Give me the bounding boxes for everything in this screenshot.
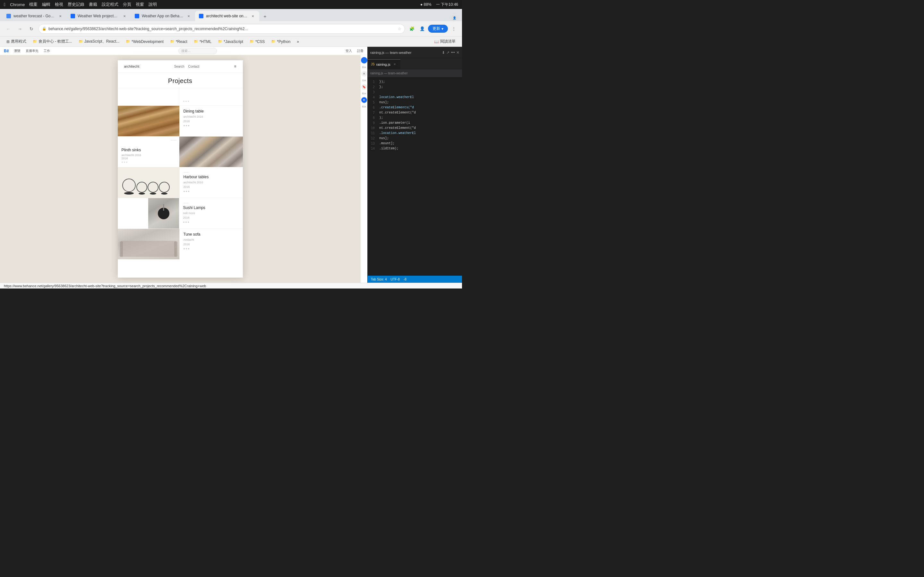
behance-nav-browse[interactable]: 瀏覽	[14, 49, 21, 53]
project-plinth-sinks[interactable]: —— Plinth sinks architecht 2016 2016	[118, 136, 243, 167]
bookmark-more[interactable]: »	[294, 38, 302, 45]
plinth-left-panel: —— Plinth sinks architecht 2016 2016	[118, 137, 179, 167]
dining-table-image	[118, 106, 179, 136]
code-more-icon[interactable]: •••	[451, 50, 455, 55]
bookmark-html[interactable]: 📁 *HTML	[191, 38, 214, 45]
bookmark-webdev[interactable]: 📁 *WebDevelopment	[123, 38, 166, 45]
folder-icon-2: 📁	[79, 39, 83, 44]
menu-bookmarks[interactable]: 書籤	[89, 2, 97, 7]
behance-appreciate-btn[interactable]: ♥	[361, 97, 367, 103]
tab-3[interactable]: Weather App on Behance ✕	[131, 11, 195, 21]
header-left-cell	[118, 88, 179, 105]
code-tabs: JS raining.js ✕	[368, 58, 462, 69]
new-tab-button[interactable]: +	[260, 12, 270, 21]
url-bar[interactable]: 🔒 behance.net/gallery/95638623/architech…	[39, 24, 405, 34]
bookmark-member-label: 會員中心 - 軟體工...	[39, 39, 72, 44]
code-line-1: });	[379, 79, 459, 85]
menu-edit[interactable]: 編輯	[42, 2, 50, 7]
code-tab-close[interactable]: ✕	[392, 62, 397, 67]
bookmark-member[interactable]: 📁 會員中心 - 軟體工...	[30, 38, 75, 45]
behance-avatar[interactable]: 👤	[361, 57, 367, 63]
behance-close-label: 11e	[362, 79, 366, 81]
code-line-11: .location.weatherEl	[379, 131, 459, 136]
bookmark-javascript[interactable]: 📁 *JavaScript	[215, 38, 246, 45]
tab-2-close[interactable]: ✕	[122, 13, 127, 19]
site-nav-contact[interactable]: Contact	[188, 65, 199, 68]
bookmark-html-label: *HTML	[200, 39, 212, 44]
harbour-tables-info: —— Harbour tables architecht 2016 2016	[179, 167, 243, 198]
os-time: 一 下午10:46	[436, 2, 458, 7]
reading-list-button[interactable]: 📖 閱讀清單	[431, 38, 458, 45]
apple-icon[interactable]: 	[4, 2, 5, 7]
menu-chrome[interactable]: Chrome	[10, 2, 25, 7]
bookmark-apps[interactable]: ⊞ 應用程式	[4, 38, 29, 45]
address-bar: ← → ↻ 🔒 behance.net/gallery/95638623/arc…	[0, 21, 462, 37]
line-num-5: 5	[368, 100, 375, 105]
sushi-meta-line2: 2016	[183, 216, 239, 220]
behance-logo[interactable]: Bē	[4, 49, 9, 53]
code-file-icon: JS	[371, 63, 375, 66]
menu-view[interactable]: 檢視	[55, 2, 63, 7]
menu-file[interactable]: 檔案	[29, 2, 37, 7]
sushi-meta-line1: neit more	[183, 211, 239, 216]
menu-history[interactable]: 歷史記錄	[68, 2, 84, 7]
menu-settings[interactable]: 設定程式	[102, 2, 118, 7]
project-tune-sofa[interactable]: Tune sofa Andacht 2016	[118, 229, 243, 259]
bookmark-javascript-label: *JavaScript	[224, 39, 243, 44]
tab-4-close[interactable]: ✕	[250, 13, 255, 19]
tab-1-favicon	[6, 14, 11, 18]
back-button[interactable]: ←	[4, 24, 13, 33]
behance-save-btn[interactable]: 🔖	[361, 84, 367, 90]
code-line-4: location.weatherEl	[379, 95, 459, 100]
extensions-icon[interactable]: 🧩	[407, 24, 417, 33]
code-line-9: .ion.parameter(i	[379, 121, 459, 126]
code-close-icon[interactable]: ✕	[456, 50, 459, 55]
browser-content: Bē 瀏覽 直播率先 工作 搜索... 登入 註冊	[0, 47, 367, 283]
behance-search-input[interactable]: 搜索...	[178, 48, 217, 54]
behance-register[interactable]: 註冊	[357, 49, 363, 53]
tab-1[interactable]: weather forecast - Google 搜尋 ✕	[3, 11, 67, 21]
bookmark-js[interactable]: 📁 JavaScript、React...	[76, 38, 122, 45]
more-options-icon[interactable]: ⋮	[449, 24, 458, 33]
code-tab-active[interactable]: JS raining.js ✕	[368, 59, 401, 69]
profile-icon[interactable]: 👤	[418, 24, 427, 33]
code-editor-panel: raining.js — team-weather ⬇ ↗ ••• ✕ JS r…	[367, 47, 462, 283]
behance-close-btn[interactable]: ✕	[361, 71, 367, 77]
os-menu-left:  Chrome 檔案 編輯 檢視 歷史記錄 書籤 設定程式 分頁 視窗 說明	[4, 2, 157, 7]
code-editor-header: raining.js — team-weather ⬇ ↗ ••• ✕	[368, 47, 462, 58]
dining-table-meta-line2: 2016	[184, 119, 239, 124]
project-sushi-lamps[interactable]: —— Sushi Lamps neit more 2016	[118, 198, 243, 229]
update-button[interactable]: 更新 ▾	[428, 25, 448, 33]
header-dots	[183, 101, 239, 102]
project-dining-table[interactable]: Dining table architecht 2016 2016	[118, 105, 243, 136]
menu-window[interactable]: 視窗	[136, 2, 144, 7]
behance-nav-jobs[interactable]: 工作	[44, 49, 50, 53]
code-download-icon[interactable]: ⬇	[442, 50, 445, 55]
project-harbour-tables[interactable]: —— Harbour tables architecht 2016 2016	[118, 167, 243, 198]
bookmark-python[interactable]: 📁 *Python	[268, 38, 293, 45]
tab-2[interactable]: Weather Web projects | Beha... ✕	[67, 11, 131, 21]
tab-1-close[interactable]: ✕	[58, 13, 63, 19]
behance-login[interactable]: 登入	[346, 49, 352, 53]
site-menu-icon[interactable]: ≡	[234, 64, 236, 69]
os-menu-right: ● 88% 一 下午10:46	[420, 2, 458, 7]
dining-table-info: Dining table architecht 2016 2016	[179, 106, 243, 136]
behance-action-sidebar: 👤 81e ✕ 11e 🔖 81e ♥ 81e	[360, 55, 367, 283]
forward-button[interactable]: →	[15, 24, 24, 33]
menu-tab[interactable]: 分頁	[123, 2, 131, 7]
behance-nav-live[interactable]: 直播率先	[26, 49, 39, 53]
tab-3-close[interactable]: ✕	[186, 13, 191, 19]
bookmark-css[interactable]: 📁 *CSS	[247, 38, 267, 45]
tab-profile-icon[interactable]: 👤	[451, 15, 457, 21]
tab-4[interactable]: architecht web-site on Behanc... ✕	[195, 11, 259, 21]
site-nav-search[interactable]: Search	[174, 65, 184, 68]
code-share-icon[interactable]: ↗	[446, 50, 449, 55]
tune-sofa-title: Tune sofa	[184, 232, 239, 237]
menu-help[interactable]: 說明	[149, 2, 157, 7]
site-container: architecht Search Contact ≡ Projects	[118, 60, 243, 277]
bookmark-react[interactable]: 📁 *React	[168, 38, 190, 45]
code-line-10: nt.createElement("d	[379, 126, 459, 131]
star-icon[interactable]: ☆	[398, 27, 401, 31]
line-num-10: 10	[368, 126, 375, 131]
reload-button[interactable]: ↻	[27, 24, 36, 33]
